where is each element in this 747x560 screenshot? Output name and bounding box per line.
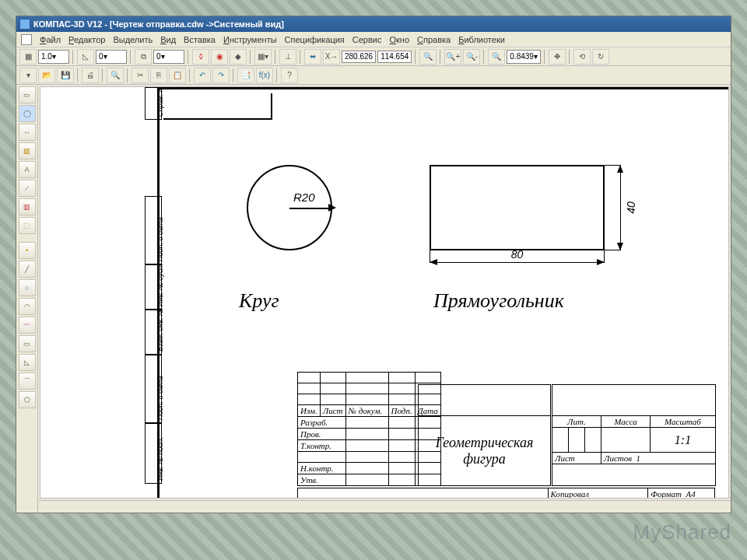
coord-x[interactable]: 280.626 bbox=[342, 51, 376, 63]
menu-view[interactable]: Вид bbox=[160, 35, 176, 44]
menu-file[interactable]: Файл bbox=[40, 35, 61, 44]
tool-edit[interactable]: ⬚ bbox=[19, 217, 36, 234]
name-table: Геометрическая фигура bbox=[418, 384, 551, 486]
col-izm: Изм. bbox=[298, 405, 321, 417]
format-value: A4 bbox=[686, 489, 695, 499]
angle-dropdown[interactable]: 0 ▾ bbox=[96, 50, 127, 64]
row-prov: Пров. bbox=[298, 429, 346, 440]
undo-icon[interactable]: ↶ bbox=[194, 68, 211, 83]
grid2-icon[interactable]: ▦▾ bbox=[254, 49, 272, 65]
toolbar-standard: ▾ 📂 💾 🖨 🔍 ✂ ⎘ 📋 ↶ ↷ 📑 f(x) ? bbox=[16, 66, 731, 85]
row-utv: Утв. bbox=[298, 474, 346, 486]
pan-icon[interactable]: ✥ bbox=[549, 49, 566, 65]
tool-arc[interactable]: ◠ bbox=[19, 298, 36, 315]
new-icon[interactable]: ▾ bbox=[19, 68, 37, 83]
tool-geom[interactable]: ◯ bbox=[19, 105, 36, 122]
menu-editor[interactable]: Редактор bbox=[68, 35, 105, 44]
left-toolbar: ▭ ◯ ↔ ▨ A ⟋ ▥ ⬚ • ╱ ○ ◠ 〰 ▭ ◺ ⌒ ⬠ bbox=[16, 85, 38, 513]
grid-icon[interactable]: ▦ bbox=[19, 49, 37, 65]
menu-help[interactable]: Справка bbox=[417, 35, 451, 44]
tool-dim[interactable]: ↔ bbox=[19, 124, 36, 141]
layer-icon[interactable]: ⧉ bbox=[135, 49, 152, 65]
radius-line bbox=[289, 208, 332, 209]
paste-icon[interactable]: 📋 bbox=[169, 68, 186, 83]
vars-icon[interactable]: f(x) bbox=[256, 68, 273, 83]
menu-select[interactable]: Выделить bbox=[113, 35, 153, 44]
magnet-icon[interactable]: ⧲ bbox=[192, 49, 209, 65]
dimension-80-value: 80 bbox=[511, 248, 524, 261]
snap1-icon[interactable]: ◉ bbox=[211, 49, 228, 65]
titlebar: КОМПАС-3D V12 - [Чертеж отправка.cdw ->С… bbox=[16, 16, 731, 32]
tool-table[interactable]: ▥ bbox=[19, 198, 36, 215]
toolbar-top: ▦ 1.0 ▾ ◺ 0 ▾ ⧉ 0 ▾ ⧲ ◉ ◆ ▦▾ ⊥ ⬌ X→ 280.… bbox=[16, 47, 731, 66]
menu-insert[interactable]: Вставка bbox=[184, 35, 216, 44]
massa-label: Масса bbox=[601, 416, 651, 428]
tool-select[interactable]: ▭ bbox=[19, 86, 36, 103]
refresh-icon[interactable]: ↻ bbox=[592, 49, 609, 65]
open-icon[interactable]: 📂 bbox=[38, 68, 55, 83]
angle-icon[interactable]: ◺ bbox=[77, 49, 94, 65]
side-label-5: Подп. и дата bbox=[156, 376, 164, 420]
format-label: Формат bbox=[651, 489, 682, 499]
tool-line[interactable]: ╱ bbox=[19, 261, 36, 278]
tool-hatch[interactable]: ▨ bbox=[19, 142, 36, 159]
side-label-6: Инв. № подл. bbox=[156, 437, 164, 481]
tool-rect[interactable]: ▭ bbox=[19, 335, 36, 352]
tool-chamfer[interactable]: ◺ bbox=[19, 354, 36, 371]
col-podp: Подп. bbox=[388, 405, 415, 417]
save-icon[interactable]: 💾 bbox=[57, 68, 74, 83]
other-dropdown[interactable]: 0 ▾ bbox=[153, 50, 184, 64]
menu-tools[interactable]: Инструменты bbox=[223, 35, 277, 44]
tool-fillet[interactable]: ⌒ bbox=[19, 373, 36, 390]
tool-circle[interactable]: ○ bbox=[19, 279, 36, 296]
props-icon[interactable]: 📑 bbox=[237, 68, 254, 83]
menu-libs[interactable]: Библиотеки bbox=[458, 35, 505, 44]
rectangle-shape bbox=[430, 165, 605, 250]
bottom-strip: Копировал Формат A4 bbox=[297, 488, 715, 499]
copy-icon[interactable]: ⎘ bbox=[150, 68, 167, 83]
coord-y[interactable]: 114.654 bbox=[377, 51, 412, 63]
watermark: MyShared bbox=[633, 520, 732, 544]
zoom-out-icon[interactable]: 🔍- bbox=[463, 49, 480, 65]
side-label-2: Подп. и дата bbox=[156, 218, 164, 261]
zoom-icon[interactable]: 🔍 bbox=[488, 49, 505, 65]
menu-spec[interactable]: Спецификация bbox=[285, 35, 345, 44]
dimension-40-value: 40 bbox=[625, 201, 637, 214]
menu-window[interactable]: Окно bbox=[389, 35, 409, 44]
top-left-block bbox=[163, 93, 272, 120]
xy-icon[interactable]: ⬌ bbox=[304, 49, 321, 65]
zoom-in-icon[interactable]: 🔍+ bbox=[444, 49, 461, 65]
col-ndoc: № докум. bbox=[345, 405, 388, 417]
work-area: ▭ ◯ ↔ ▨ A ⟋ ▥ ⬚ • ╱ ○ ◠ 〰 ▭ ◺ ⌒ ⬠ Спра bbox=[16, 85, 731, 513]
preview-icon[interactable]: 🔍 bbox=[107, 68, 124, 83]
tool-point[interactable]: • bbox=[19, 242, 36, 259]
menu-service[interactable]: Сервис bbox=[352, 35, 382, 44]
snap2-icon[interactable]: ◆ bbox=[230, 49, 247, 65]
tool-spline[interactable]: 〰 bbox=[19, 317, 36, 334]
help-icon[interactable]: ? bbox=[281, 68, 298, 83]
cut-icon[interactable]: ✂ bbox=[132, 68, 149, 83]
radius-label: R20 bbox=[293, 191, 315, 204]
dimension-40: 40 bbox=[620, 165, 621, 250]
zoom-dropdown[interactable]: 0.8439 ▾ bbox=[507, 50, 541, 64]
scale-value: 1:1 bbox=[651, 428, 716, 453]
tool-text[interactable]: A bbox=[19, 161, 36, 178]
window-title: КОМПАС-3D V12 - [Чертеж отправка.cdw ->С… bbox=[33, 19, 284, 29]
ortho-icon[interactable]: ⊥ bbox=[279, 49, 296, 65]
list-label: Лист bbox=[555, 453, 575, 463]
drawing-title: Геометрическая фигура bbox=[419, 416, 551, 486]
redo-icon[interactable]: ↷ bbox=[212, 68, 230, 83]
meta-table: Лит. Масса Масштаб 1:1 Лист Листов 1 bbox=[552, 384, 716, 486]
tool-axis[interactable]: ⟋ bbox=[19, 180, 36, 197]
drawing-canvas[interactable]: Справ. № Подп. и дата Инв. № дубл. Взам.… bbox=[40, 86, 729, 499]
tool-poly[interactable]: ⬠ bbox=[19, 391, 36, 408]
row-nkontr: Н.контр. bbox=[298, 463, 346, 474]
xy2-icon[interactable]: X→ bbox=[323, 49, 340, 65]
print-icon[interactable]: 🖨 bbox=[82, 68, 99, 83]
rebuild-icon[interactable]: ⟲ bbox=[573, 49, 591, 65]
zoom-fit-icon[interactable]: 🔍 bbox=[419, 49, 437, 65]
app-icon bbox=[19, 19, 30, 30]
doc-icon[interactable] bbox=[21, 34, 32, 45]
row-tkontr: Т.контр. bbox=[298, 440, 346, 452]
step-dropdown[interactable]: 1.0 ▾ bbox=[38, 50, 69, 64]
